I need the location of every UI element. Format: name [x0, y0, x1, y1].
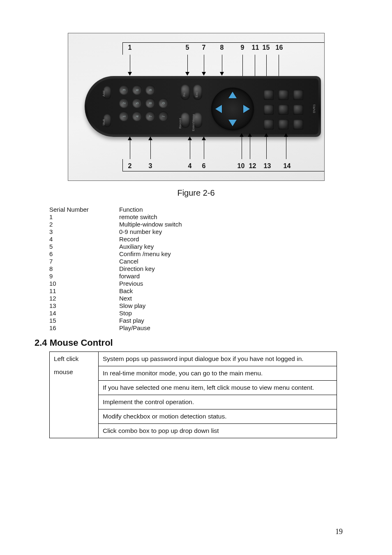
key-7: 7	[145, 111, 155, 121]
figure-caption: Figure 2-6	[68, 188, 325, 198]
arrow-9-icon	[242, 55, 243, 79]
function-name: Multiple-window switch	[119, 221, 343, 228]
arrow-4-icon	[190, 137, 191, 159]
function-serial: 4	[49, 236, 119, 243]
key-9: 9	[145, 85, 155, 95]
callout-3: 3	[149, 162, 152, 170]
fn-label: Fn	[182, 93, 186, 97]
play-extra-button	[293, 120, 303, 130]
function-name: forward	[119, 273, 343, 280]
mouse-row-4: Modify checkbox or motion detection stat…	[99, 409, 337, 424]
arrow-8-icon	[222, 55, 223, 75]
function-serial: 11	[49, 287, 119, 295]
function-row: 8Direction key	[49, 265, 343, 273]
remote-inner: Add Mult 3 6 9 2 5 8 0 1 4 7	[87, 79, 318, 134]
mult-label: Mult	[102, 119, 106, 125]
record-label: Record	[178, 118, 182, 129]
arrow-2-icon	[130, 137, 131, 159]
callout-6: 6	[202, 162, 206, 170]
callout-14: 14	[284, 162, 291, 170]
function-name: Record	[119, 236, 343, 243]
function-serial: 1	[49, 213, 119, 221]
mouse-row-5: Click combo box to pop up drop down list	[99, 424, 337, 438]
function-row: 16Play/Pause	[49, 324, 343, 332]
function-serial: 16	[49, 324, 119, 332]
figure-wrap: 1 5 7 8 9 11 15 16 Add	[68, 33, 325, 198]
function-row: 11Back	[49, 287, 343, 295]
play-stop-button	[279, 105, 288, 115]
function-row: 7Cancel	[49, 258, 343, 265]
arrow-1-icon	[130, 55, 131, 75]
fn-button	[181, 84, 190, 100]
function-name: Next	[119, 295, 343, 302]
function-serial: 14	[49, 310, 119, 317]
mouse-row-0: System pops up password input dialogue b…	[99, 352, 337, 366]
function-serial: 15	[49, 317, 119, 324]
function-row: 10Previous	[49, 280, 343, 287]
page-number: 19	[335, 527, 343, 536]
function-name: Cancel	[119, 258, 343, 265]
add-label: Add	[102, 91, 106, 97]
callout-5: 5	[186, 44, 189, 51]
function-serial: 9	[49, 273, 119, 280]
dpad-down-icon	[228, 120, 237, 126]
mouse-lcol-1: Left click	[54, 355, 94, 363]
callout-2: 2	[128, 162, 132, 170]
function-serial: 5	[49, 243, 119, 250]
play-slow-button	[279, 120, 288, 130]
arrow-15-icon	[266, 55, 267, 79]
arrow-6-icon	[204, 137, 205, 159]
key-3: 3	[119, 85, 129, 95]
remote-figure: 1 5 7 8 9 11 15 16 Add	[68, 33, 325, 181]
function-serial: 7	[49, 258, 119, 265]
function-serial: 8	[49, 265, 119, 273]
function-header: Serial Number Function	[49, 206, 343, 213]
dvr-label: DVR1	[312, 104, 316, 113]
mouse-row-3: Implement the control operation.	[99, 395, 337, 409]
page: 1 5 7 8 9 11 15 16 Add	[0, 0, 392, 555]
mouse-left-col: Left click mouse	[50, 352, 99, 438]
callout-10: 10	[238, 162, 245, 170]
function-name: Play/Pause	[119, 324, 343, 332]
function-serial: 13	[49, 302, 119, 310]
key-8: 8	[145, 98, 155, 108]
function-name: Previous	[119, 280, 343, 287]
mouse-lcol-2: mouse	[54, 368, 94, 376]
function-row: 6Confirm /menu key	[49, 250, 343, 258]
key-5: 5	[132, 98, 142, 108]
mouse-control-table: Left click mouse System pops up password…	[49, 352, 337, 438]
callout-12: 12	[249, 162, 256, 170]
play-prev-button	[264, 105, 274, 115]
number-keypad: 3 6 9 2 5 8 0 1 4 7 /	[119, 85, 168, 133]
arrow-11-icon	[255, 55, 256, 79]
arrow-16-icon	[279, 55, 279, 79]
key-6: 6	[132, 85, 142, 95]
function-serial: 10	[49, 280, 119, 287]
arrow-10-icon	[242, 134, 242, 159]
function-row: 15Fast play	[49, 317, 343, 324]
enter-label: Enter/Menu	[191, 114, 195, 131]
function-table: Serial Number Function 1remote switch2Mu…	[49, 206, 343, 332]
callout-1: 1	[128, 44, 132, 51]
play-pause-button	[293, 105, 303, 115]
arrow-12-icon	[250, 134, 251, 159]
function-row: 13Slow play	[49, 302, 343, 310]
callout-16: 16	[276, 44, 283, 51]
play-fast-button	[293, 90, 303, 100]
dpad-up-icon	[228, 92, 237, 98]
function-row: 12Next	[49, 295, 343, 302]
function-name: Slow play	[119, 302, 343, 310]
callout-13: 13	[264, 162, 271, 170]
arrow-3-icon	[150, 137, 151, 159]
dpad-right-icon	[243, 105, 250, 113]
function-row: 9forward	[49, 273, 343, 280]
dpad-left-icon	[215, 105, 222, 113]
callout-11: 11	[252, 44, 259, 51]
section-heading: 2.4 Mouse Control	[35, 338, 343, 348]
arrow-5-icon	[187, 55, 188, 75]
function-row: 30-9 number key	[49, 228, 343, 236]
function-serial: 3	[49, 228, 119, 236]
key-0: 0	[159, 98, 168, 108]
function-row: 2Multiple-window switch	[49, 221, 343, 228]
callout-7: 7	[202, 44, 206, 51]
